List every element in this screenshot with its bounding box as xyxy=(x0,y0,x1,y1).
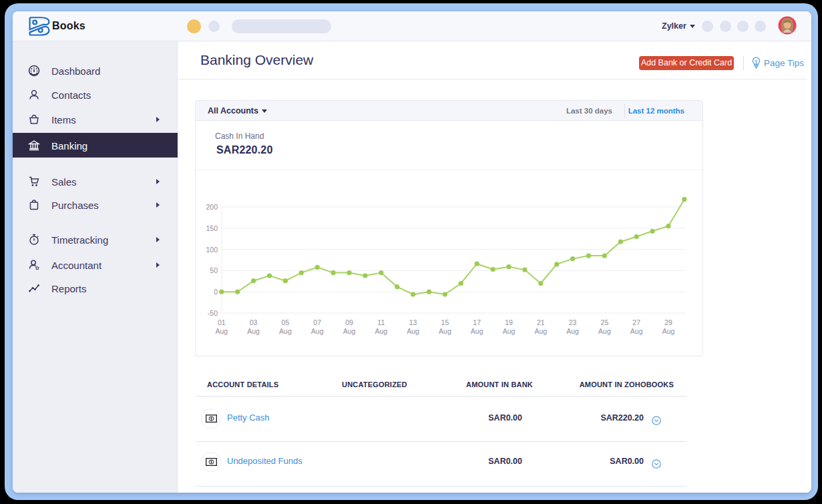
svg-text:07: 07 xyxy=(313,318,321,326)
svg-text:17: 17 xyxy=(473,318,481,326)
svg-text:29: 29 xyxy=(664,318,672,326)
svg-text:03: 03 xyxy=(250,318,258,326)
svg-text:Aug: Aug xyxy=(279,327,292,335)
svg-text:25: 25 xyxy=(601,318,609,326)
svg-text:09: 09 xyxy=(345,318,353,326)
svg-text:Aug: Aug xyxy=(215,327,228,335)
svg-text:01: 01 xyxy=(218,318,226,326)
svg-text:Aug: Aug xyxy=(630,327,643,335)
svg-text:Aug: Aug xyxy=(343,327,356,335)
svg-text:13: 13 xyxy=(409,318,417,326)
svg-text:Aug: Aug xyxy=(503,327,516,335)
svg-text:23: 23 xyxy=(569,318,577,326)
svg-text:0: 0 xyxy=(214,288,218,296)
svg-text:Aug: Aug xyxy=(471,327,483,335)
svg-text:50: 50 xyxy=(210,266,218,274)
svg-text:Aug: Aug xyxy=(311,327,324,335)
svg-text:11: 11 xyxy=(377,318,385,326)
svg-text:19: 19 xyxy=(505,318,513,326)
svg-text:Aug: Aug xyxy=(534,327,547,335)
svg-text:05: 05 xyxy=(282,318,290,326)
svg-text:21: 21 xyxy=(537,318,545,326)
svg-text:Aug: Aug xyxy=(662,327,675,335)
svg-text:-50: -50 xyxy=(208,309,218,317)
svg-text:200: 200 xyxy=(206,203,218,211)
svg-text:Aug: Aug xyxy=(566,327,579,335)
svg-text:27: 27 xyxy=(632,318,640,326)
svg-text:15: 15 xyxy=(441,318,449,326)
svg-text:100: 100 xyxy=(206,246,218,254)
svg-text:Aug: Aug xyxy=(598,327,611,335)
svg-text:150: 150 xyxy=(206,224,218,232)
svg-text:Aug: Aug xyxy=(407,327,419,335)
svg-text:Aug: Aug xyxy=(247,327,260,335)
svg-text:Aug: Aug xyxy=(375,327,387,335)
svg-text:Aug: Aug xyxy=(439,327,451,335)
